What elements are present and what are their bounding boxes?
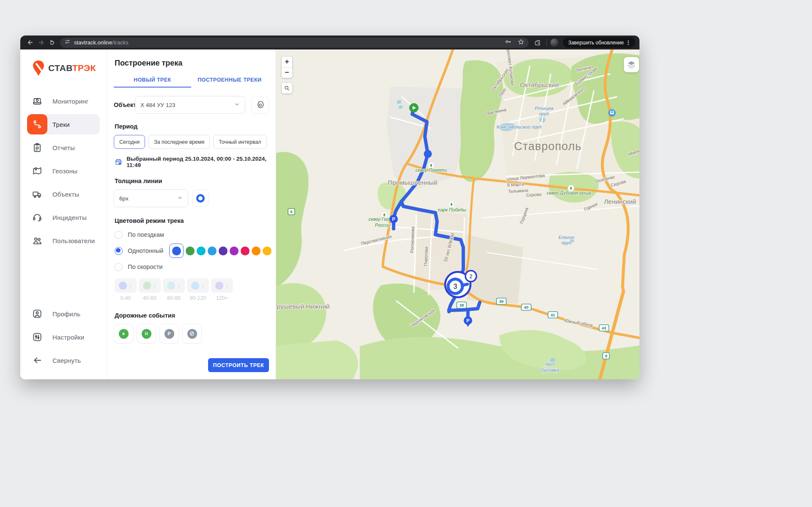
color-swatch[interactable] bbox=[252, 247, 261, 255]
period-label: Период bbox=[115, 123, 269, 130]
color-swatch[interactable] bbox=[172, 247, 181, 255]
period-recent-button[interactable]: За последнее время bbox=[148, 135, 210, 149]
track-waypoint-dot[interactable] bbox=[424, 150, 432, 158]
road-shield: 39 bbox=[497, 298, 506, 304]
period-today-button[interactable]: Сегодня bbox=[114, 135, 145, 149]
url-text[interactable]: stavtrack.online/tracks bbox=[74, 39, 129, 46]
color-ring-icon bbox=[196, 194, 205, 203]
speed-range-label: 120+ bbox=[211, 295, 233, 301]
svg-text:P: P bbox=[466, 318, 469, 323]
site-settings-icon[interactable] bbox=[64, 38, 71, 47]
map-label: пруд bbox=[539, 111, 549, 116]
sidebar-item-tracks[interactable]: Треки bbox=[20, 114, 107, 134]
road-shield: 5 bbox=[288, 208, 295, 215]
map-search-button[interactable] bbox=[282, 83, 292, 93]
build-track-button[interactable]: ПОСТРОИТЬ ТРЕК bbox=[208, 358, 269, 372]
tracks-route-icon bbox=[27, 114, 47, 134]
radio-trips[interactable] bbox=[115, 231, 123, 239]
svg-text:9: 9 bbox=[605, 354, 607, 358]
reload-button[interactable] bbox=[47, 37, 58, 48]
map-label: Октябрьский bbox=[520, 81, 559, 88]
sidebar-item-incidents[interactable]: Инциденты bbox=[20, 207, 107, 227]
event-start-button[interactable] bbox=[114, 324, 133, 343]
speed-color-chips: ⌄⌄⌄⌄⌄ bbox=[115, 278, 269, 293]
event-ban-button[interactable] bbox=[182, 324, 202, 343]
track-color-button[interactable] bbox=[192, 190, 209, 207]
map-label: Елагин bbox=[559, 235, 574, 240]
collapse-arrow-icon bbox=[27, 350, 47, 370]
sidebar-item-objects[interactable]: Объекты bbox=[20, 184, 107, 204]
sidebar-item-reports[interactable]: Отчеты bbox=[20, 137, 107, 158]
finish-update-button[interactable]: Завершить обновление ⋮ bbox=[563, 37, 635, 48]
object-select[interactable]: Х 484 УУ 123 bbox=[135, 96, 245, 114]
sidebar-item-profile[interactable]: Профиль bbox=[20, 304, 107, 324]
cluster-count-large: 3 bbox=[453, 283, 457, 290]
road-shield: 41 bbox=[548, 312, 558, 318]
gear-icon bbox=[256, 101, 265, 110]
back-button[interactable] bbox=[25, 37, 36, 48]
chevron-down-icon bbox=[234, 101, 240, 108]
radio-speed[interactable] bbox=[115, 263, 123, 271]
sidebar-item-settings[interactable]: Настройки bbox=[20, 327, 107, 347]
map-label: России bbox=[375, 222, 390, 227]
zoom-out-button[interactable]: − bbox=[282, 67, 292, 78]
monitoring-icon bbox=[27, 91, 47, 111]
incidents-headset-icon bbox=[27, 207, 47, 227]
map-layers-button[interactable] bbox=[624, 57, 639, 72]
zoom-in-button[interactable]: + bbox=[282, 57, 292, 67]
zoom-control: + − bbox=[282, 57, 292, 78]
speed-range-label: 60-90 bbox=[163, 295, 185, 301]
sidebar-collapse-button[interactable]: Свернуть bbox=[20, 350, 107, 370]
passwords-key-icon[interactable] bbox=[505, 38, 512, 47]
bookmark-star-icon[interactable] bbox=[518, 38, 524, 47]
speed-color-chip[interactable]: ⌄ bbox=[139, 278, 161, 293]
color-swatch[interactable] bbox=[208, 247, 217, 255]
color-swatch[interactable] bbox=[197, 247, 206, 255]
pause-icon bbox=[142, 329, 151, 339]
extensions-icon[interactable] bbox=[532, 37, 543, 48]
speed-color-chip[interactable]: ⌄ bbox=[211, 278, 233, 293]
sidebar-item-users[interactable]: Пользователи bbox=[20, 230, 107, 251]
event-parking-button[interactable]: P bbox=[159, 324, 179, 343]
map[interactable]: СтавропольОктябрьскийПромышленныйГрушевы… bbox=[276, 49, 639, 379]
color-swatch[interactable] bbox=[230, 247, 239, 255]
event-stop-button[interactable] bbox=[137, 324, 156, 343]
speed-color-chip[interactable]: ⌄ bbox=[187, 278, 209, 293]
track-start-marker[interactable] bbox=[409, 104, 418, 112]
color-mode-speed[interactable]: По скорости bbox=[115, 259, 269, 275]
chevron-down-icon bbox=[177, 195, 183, 202]
browser-window: stavtrack.online/tracks Завершить обновл… bbox=[20, 36, 639, 379]
layers-icon bbox=[627, 60, 636, 69]
tab-built-tracks[interactable]: ПОСТРОЕННЫЕ ТРЕКИ bbox=[191, 74, 269, 88]
color-swatch[interactable] bbox=[263, 247, 272, 255]
object-settings-button[interactable] bbox=[251, 96, 269, 114]
sidebar-item-monitoring[interactable]: Мониторинг bbox=[20, 91, 107, 111]
address-bar[interactable]: stavtrack.online/tracks bbox=[60, 38, 529, 48]
speed-color-chip[interactable]: ⌄ bbox=[115, 278, 137, 293]
color-mode-trips[interactable]: По поездкам bbox=[115, 227, 269, 243]
color-swatch[interactable] bbox=[241, 247, 250, 255]
tab-new-track[interactable]: НОВЫЙ ТРЕК bbox=[114, 74, 191, 88]
road-shield: 38 bbox=[457, 302, 466, 308]
road-events-label: Дорожные события bbox=[115, 312, 269, 319]
color-palette bbox=[169, 244, 272, 258]
speed-range-label: 40-60 bbox=[139, 295, 161, 301]
browser-menu-icon[interactable]: ⋮ bbox=[624, 39, 633, 46]
bus-stop-icon bbox=[608, 109, 616, 117]
color-swatch-selected[interactable] bbox=[169, 244, 184, 258]
speed-color-chip[interactable]: ⌄ bbox=[163, 278, 185, 293]
color-swatch[interactable] bbox=[219, 247, 228, 255]
line-width-label: Толщина линии bbox=[115, 178, 269, 184]
forward-button[interactable] bbox=[36, 37, 47, 48]
sidebar-item-geozones[interactable]: Геозоны bbox=[20, 161, 107, 181]
settings-sliders-icon bbox=[27, 327, 47, 347]
color-mode-solid[interactable]: Однотонный bbox=[115, 243, 269, 259]
profile-avatar[interactable] bbox=[550, 38, 559, 47]
radio-solid[interactable] bbox=[115, 247, 123, 255]
period-exact-button[interactable]: Точный интервал bbox=[213, 135, 266, 149]
reports-clipboard-icon bbox=[27, 137, 47, 158]
line-width-select[interactable]: 6px bbox=[114, 189, 188, 207]
map-canvas[interactable]: СтавропольОктябрьскийПромышленныйГрушевы… bbox=[276, 49, 639, 379]
svg-text:41: 41 bbox=[551, 312, 555, 317]
color-swatch[interactable] bbox=[186, 247, 195, 255]
